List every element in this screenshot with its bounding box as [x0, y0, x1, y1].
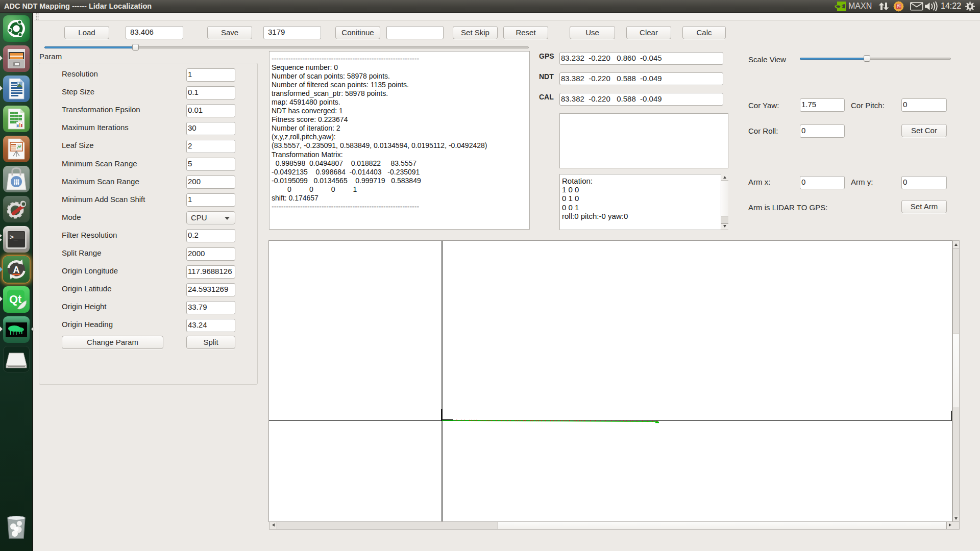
- svg-text:Qt: Qt: [9, 293, 22, 306]
- svg-text:>_: >_: [10, 234, 18, 241]
- svg-text:A: A: [13, 265, 20, 275]
